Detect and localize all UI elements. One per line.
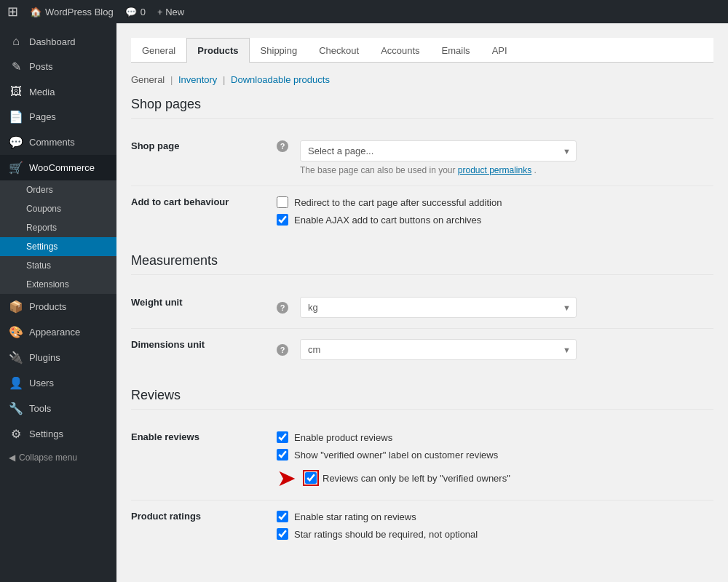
enable-reviews-option3-label: Reviews can only be left by "verified ow… [323,473,510,484]
sidebar-item-label: Posts [29,61,53,72]
shop-page-select[interactable]: Select a page... [300,140,577,162]
enable-reviews-option2-checkbox[interactable] [277,449,288,461]
new-label: + New [157,7,184,17]
enable-reviews-label: Enable reviews [131,431,199,442]
product-ratings-row: Product ratings Enable star rating on re… [131,501,713,551]
admin-bar: ⊞ 🏠 WordPress Blog 💬 0 + New [0,0,728,23]
tab-general[interactable]: General [131,38,186,63]
product-ratings-option1-checkbox[interactable] [277,511,288,522]
weight-unit-label: Weight unit [131,297,183,308]
new-item[interactable]: + New [157,7,184,17]
sidebar-item-dashboard[interactable]: ⌂ Dashboard [0,29,116,54]
sidebar-item-plugins[interactable]: 🔌 Plugins [0,345,116,370]
add-to-cart-option1-row: Redirect to the cart page after successf… [277,196,713,208]
tools-icon: 🔧 [9,402,23,415]
dimensions-unit-select[interactable]: cm m mm in yd [300,339,577,360]
comments-icon: 💬 [9,135,23,149]
status-label: Status [26,260,51,271]
sidebar-item-tools[interactable]: 🔧 Tools [0,396,116,421]
enable-reviews-row: Enable reviews Enable product reviews Sh… [131,421,713,501]
sidebar-item-label: Comments [29,137,75,148]
product-ratings-label: Product ratings [131,511,201,522]
product-ratings-option2-checkbox[interactable] [277,528,288,540]
sidebar-item-comments[interactable]: 💬 Comments [0,129,116,155]
sidebar-item-label: Plugins [29,352,60,363]
sidebar-item-status[interactable]: Status [0,256,116,275]
tab-shipping[interactable]: Shipping [250,38,309,63]
sidebar-item-users[interactable]: 👤 Users [0,370,116,396]
tab-emails[interactable]: Emails [431,38,481,63]
wp-logo-item[interactable]: ⊞ [7,4,18,20]
appearance-icon: 🎨 [9,325,23,339]
enable-reviews-option3-checkbox[interactable] [305,472,317,484]
coupons-label: Coupons [26,204,61,214]
tab-api[interactable]: API [481,38,518,63]
comments-item[interactable]: 💬 0 [125,7,146,17]
sidebar-item-appearance[interactable]: 🎨 Appearance [0,319,116,345]
dimensions-help-icon[interactable]: ? [277,344,288,356]
measurements-title: Measurements [131,253,713,275]
sidebar-item-posts[interactable]: ✎ Posts [0,54,116,79]
enable-reviews-option2-label: Show "verified owner" label on customer … [294,450,498,461]
sidebar-item-reports[interactable]: Reports [0,218,116,237]
main-content: General Products Shipping Checkout Accou… [116,23,728,582]
product-permalinks-link[interactable]: product permalinks [458,165,531,175]
sidebar-item-pages[interactable]: 📄 Pages [0,104,116,129]
subnav-inventory[interactable]: Inventory [178,74,217,85]
reviews-table: Enable reviews Enable product reviews Sh… [131,421,713,550]
weight-unit-select-wrap: kg g lbs oz ▼ [300,297,577,318]
enable-reviews-option1-row: Enable product reviews [277,431,713,443]
tab-checkout[interactable]: Checkout [308,38,370,63]
reports-label: Reports [26,223,57,233]
sidebar-item-woocommerce[interactable]: 🛒 WooCommerce [0,155,116,180]
plugins-icon: 🔌 [9,351,23,364]
sidebar-item-label: Users [29,378,54,388]
sidebar-item-label: Tools [29,403,51,414]
reviews-title: Reviews [131,388,713,410]
tab-accounts[interactable]: Accounts [370,38,430,63]
measurements-table: Weight unit ? kg g lbs oz [131,287,713,370]
sidebar: ⌂ Dashboard ✎ Posts 🖼 Media 📄 Pages 💬 Co… [0,23,116,582]
shop-pages-table: Shop page ? Select a page... [131,130,713,236]
comments-count: 0 [141,7,146,17]
dimensions-unit-label: Dimensions unit [131,339,205,350]
sidebar-item-settings-main[interactable]: ⚙ Settings [0,421,116,447]
add-to-cart-option2-checkbox[interactable] [277,214,288,226]
shop-pages-section: Shop pages Shop page ? [131,97,713,236]
site-name-item[interactable]: 🏠 WordPress Blog [30,7,114,17]
shop-page-row: Shop page ? Select a page... [131,130,713,186]
dimensions-unit-row: Dimensions unit ? cm m mm i [131,329,713,371]
sidebar-item-label: Appearance [29,327,80,338]
shop-page-label: Shop page [131,140,179,151]
sidebar-item-orders[interactable]: Orders [0,180,116,199]
add-to-cart-label: Add to cart behaviour [131,196,229,207]
subnav-current: General [131,74,165,85]
sidebar-item-media[interactable]: 🖼 Media [0,79,116,104]
content-area: General | Inventory | Downloadable produ… [131,63,713,579]
comments-icon: 💬 [125,7,137,17]
add-to-cart-option1-checkbox[interactable] [277,196,288,208]
weight-help-icon[interactable]: ? [277,302,288,314]
tabs-bar: General Products Shipping Checkout Accou… [131,38,713,63]
sidebar-item-label: Media [29,87,55,97]
collapse-menu[interactable]: ◀ Collapse menu [0,447,116,469]
settings-main-icon: ⚙ [9,427,23,441]
sidebar-item-settings[interactable]: Settings [0,237,116,256]
verified-owners-arrow: ➤ [277,466,296,490]
tab-products[interactable]: Products [186,38,249,63]
product-ratings-option2-label: Star ratings should be required, not opt… [294,529,478,540]
weight-unit-select[interactable]: kg g lbs oz [300,297,577,318]
sidebar-item-coupons[interactable]: Coupons [0,199,116,218]
shop-page-help-icon[interactable]: ? [277,140,288,152]
extensions-label: Extensions [26,279,69,290]
sidebar-item-products[interactable]: 📦 Products [0,294,116,319]
add-to-cart-option2-row: Enable AJAX add to cart buttons on archi… [277,214,713,226]
subnav-downloadable[interactable]: Downloadable products [231,74,330,85]
pages-icon: 📄 [9,110,23,124]
enable-reviews-option1-checkbox[interactable] [277,431,288,443]
sidebar-item-label: WooCommerce [29,162,95,173]
collapse-label: Collapse menu [19,453,77,463]
sidebar-item-extensions[interactable]: Extensions [0,275,116,294]
enable-reviews-option2-row: Show "verified owner" label on customer … [277,449,713,461]
enable-reviews-option3-row: ➤ Reviews can only be left by "verified … [277,466,713,490]
